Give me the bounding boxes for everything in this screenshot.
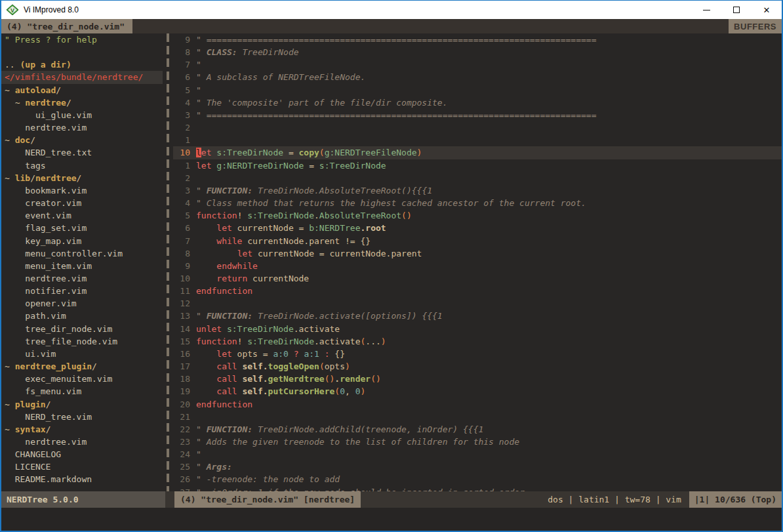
- tree-item[interactable]: nerdtree.vim: [5, 436, 163, 448]
- editor-line[interactable]: 5function! s:TreeDirNode.AbsoluteTreeRoo…: [173, 209, 782, 222]
- editor-line[interactable]: 1let g:NERDTreeDirNode = s:TreeDirNode: [173, 159, 782, 172]
- editor-line[interactable]: 9 endwhile: [173, 260, 782, 272]
- editor-line[interactable]: 17 call self.toggleOpen(opts): [173, 360, 782, 373]
- tree-item[interactable]: key_map.vim: [5, 235, 163, 247]
- code-segment: ...: [365, 337, 380, 346]
- editor-line[interactable]: 9" =====================================…: [173, 33, 782, 46]
- tree-item[interactable]: ~ lib/nerdtree/: [5, 172, 163, 184]
- editor-line[interactable]: 21: [173, 411, 782, 423]
- tree-item[interactable]: tree_dir_node.vim: [5, 323, 163, 335]
- code-segment: endfunction: [196, 286, 252, 296]
- editor-line[interactable]: 4" Class method that returns the highest…: [173, 197, 782, 209]
- code-segment: (: [319, 148, 325, 157]
- editor-line[interactable]: 7": [173, 58, 782, 71]
- code-segment: Args:: [207, 462, 232, 472]
- code-segment: /: [30, 173, 35, 183]
- minimize-button[interactable]: [691, 1, 721, 19]
- tree-item[interactable]: exec_menuitem.vim: [5, 373, 163, 385]
- line-number: 14: [173, 323, 190, 335]
- tree-item[interactable]: fs_menu.vim: [5, 385, 163, 398]
- tree-item[interactable]: CHANGELOG: [5, 448, 163, 460]
- close-button[interactable]: ✕: [752, 1, 782, 19]
- editor-line[interactable]: 19 call self.putCursorHere(0, 0): [173, 385, 782, 398]
- editor-line[interactable]: 5": [173, 84, 782, 96]
- tree-item[interactable]: bookmark.vim: [5, 184, 163, 197]
- code-segment: ~: [5, 135, 15, 145]
- code-segment: (): [325, 374, 335, 384]
- editor-line[interactable]: 8" CLASS: TreeDirNode: [173, 46, 782, 58]
- editor-line[interactable]: 13" FUNCTION: TreeDirNode.activate([opti…: [173, 310, 782, 322]
- code-segment: [289, 349, 294, 359]
- maximize-button[interactable]: [721, 1, 752, 19]
- tree-item[interactable]: [5, 46, 163, 58]
- tree-item[interactable]: path.vim: [5, 310, 163, 322]
- line-number: 21: [173, 411, 190, 423]
- editor-line[interactable]: 8 let currentNode = currentNode.parent: [173, 247, 782, 260]
- tree-item[interactable]: NERD_tree.txt: [5, 146, 163, 159]
- editor-line[interactable]: 2: [173, 121, 782, 134]
- window-split-divider[interactable]: [163, 33, 173, 491]
- editor-line[interactable]: 24": [173, 448, 782, 460]
- tree-item[interactable]: menu_controller.vim: [5, 247, 163, 260]
- tree-item[interactable]: creator.vim: [5, 197, 163, 209]
- tree-item[interactable]: " Press ? for help: [5, 33, 163, 46]
- editor-line[interactable]: 10 return currentNode: [173, 272, 782, 285]
- editor-line-current[interactable]: 10let s:TreeDirNode = copy(g:NERDTreeFil…: [173, 146, 782, 159]
- tree-item[interactable]: tags: [5, 159, 163, 172]
- code-segment: ): [345, 361, 350, 371]
- tree-item[interactable]: tree_file_node.vim: [5, 335, 163, 348]
- editor-line[interactable]: 4" The 'composite' part of the file/dir …: [173, 96, 782, 109]
- tree-item[interactable]: ~ nerdtree_plugin/: [5, 360, 163, 373]
- editor-line[interactable]: 7 while currentNode.parent != {}: [173, 235, 782, 247]
- line-text: call self.putCursorHere(0, 0): [196, 385, 365, 398]
- editor-line[interactable]: 1: [173, 134, 782, 146]
- editor-line[interactable]: 25" Args:: [173, 460, 782, 473]
- code-segment: nerdtree: [35, 173, 77, 183]
- editor-line[interactable]: 23" Adds the given treenode to the list …: [173, 436, 782, 448]
- editor-line[interactable]: 26" -treenode: the node to add: [173, 473, 782, 485]
- editor-line[interactable]: 6 let currentNode = b:NERDTree.root: [173, 222, 782, 234]
- editor-line[interactable]: 16 let opts = a:0 ? a:1 : {}: [173, 348, 782, 360]
- tree-item[interactable]: ~ syntax/: [5, 423, 163, 436]
- code-segment: opts =: [232, 349, 273, 359]
- editor-line[interactable]: 14unlet s:TreeDirNode.activate: [173, 323, 782, 335]
- editor-line[interactable]: 15function! s:TreeDirNode.activate(...): [173, 335, 782, 348]
- tree-item[interactable]: ~ autoload/: [5, 84, 163, 96]
- editor-line[interactable]: 22" FUNCTION: TreeDirNode.addChild(treen…: [173, 423, 782, 436]
- tree-item[interactable]: ~: [5, 486, 163, 491]
- tab-active-buffer[interactable]: (4) "tree_dir_node.vim": [1, 19, 132, 33]
- editor-line[interactable]: 27" -inOrder: 1 if the new node should b…: [173, 486, 782, 491]
- code-segment: TreeDirNode.activate([options]) {{{1: [252, 311, 443, 321]
- tree-item[interactable]: ~ nerdtree/: [5, 96, 163, 109]
- command-line[interactable]: [1, 508, 782, 531]
- tree-item[interactable]: flag_set.vim: [5, 222, 163, 234]
- editor-line[interactable]: 3" FUNCTION: TreeDirNode.AbsoluteTreeRoo…: [173, 184, 782, 197]
- editor-line[interactable]: 3" =====================================…: [173, 109, 782, 121]
- code-segment: ~: [5, 85, 15, 95]
- tree-item[interactable]: ~ plugin/: [5, 398, 163, 411]
- tree-item[interactable]: .. (up a dir): [5, 58, 163, 71]
- tree-item[interactable]: ui.vim: [5, 348, 163, 360]
- code-segment: (: [319, 361, 325, 371]
- editor-line[interactable]: 20endfunction: [173, 398, 782, 411]
- editor-line[interactable]: 12: [173, 297, 782, 310]
- tree-item[interactable]: opener.vim: [5, 297, 163, 310]
- tree-item[interactable]: nerdtree.vim: [5, 121, 163, 134]
- editor-line[interactable]: 11endfunction: [173, 285, 782, 297]
- code-segment: [222, 324, 227, 334]
- editor-line[interactable]: 6" A subclass of NERDTreeFileNode.: [173, 71, 782, 83]
- code-segment: s:TreeDirNode: [227, 324, 294, 334]
- tree-item[interactable]: menu_item.vim: [5, 260, 163, 272]
- line-number: 4: [173, 96, 190, 109]
- tree-item[interactable]: nerdtree.vim: [5, 272, 163, 285]
- editor-line[interactable]: 18 call self.getNerdtree().render(): [173, 373, 782, 385]
- tree-item[interactable]: LICENCE: [5, 460, 163, 473]
- tree-item[interactable]: ~ doc/: [5, 134, 163, 146]
- tree-item[interactable]: ui_glue.vim: [5, 109, 163, 121]
- tree-item[interactable]: README.markdown: [5, 473, 163, 485]
- tree-root-item[interactable]: </vimfiles/bundle/nerdtree/: [1, 71, 163, 83]
- tree-item[interactable]: NERD_tree.vim: [5, 411, 163, 423]
- tree-item[interactable]: event.vim: [5, 209, 163, 222]
- tree-item[interactable]: notifier.vim: [5, 285, 163, 297]
- editor-line[interactable]: 2: [173, 172, 782, 184]
